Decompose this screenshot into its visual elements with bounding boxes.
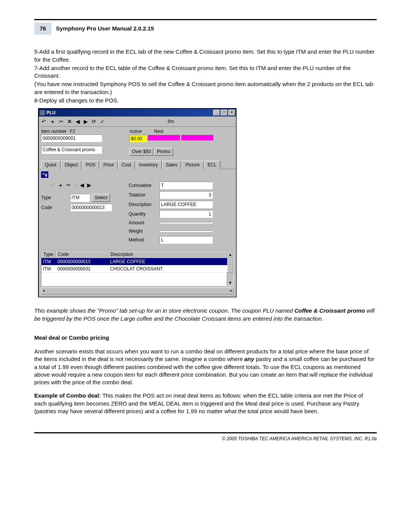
type-input[interactable]: ITM [70,194,90,201]
figure-caption: This example shows the "Promo" tab set-u… [34,307,377,323]
active-label: Active [129,128,142,134]
scroll-track[interactable] [227,265,233,273]
plus-icon[interactable]: ＋ [49,118,56,125]
instruction-7: 7-Add another record to the ECL table of… [34,64,377,80]
delete-icon[interactable]: ✕ [67,118,72,125]
page-number: 76 [34,22,51,35]
tab-price[interactable]: Price [100,161,118,169]
cumulative-label: Cumulative [129,182,157,189]
item-number-label: Item number [41,128,67,134]
tab-picture[interactable]: Picture [182,161,203,169]
type-label: Type [41,195,68,201]
active-field-2[interactable] [148,135,180,141]
quantity-input[interactable]: 1 [159,210,213,218]
description-label: Description [129,201,157,208]
quantity-label: Quantity [129,211,157,217]
instruction-note: (You have now instructed Symphony POS to… [34,80,377,96]
plus-icon[interactable]: ＋ [58,182,63,189]
cell-desc: CHOCOLAT CROISSANT [108,265,227,273]
tab-bar: Quick Object POS Price Cost Inventory Sa… [39,156,236,169]
scroll-right-icon[interactable]: ▸ [229,288,233,294]
table-row[interactable]: ITM 0000000000031 CHOCOLAT CROISSANT [41,265,233,273]
amount-input[interactable] [159,222,213,224]
sub-toolbar: ↶ ＋ ✂ ⎘ ◀ ▶ [41,182,121,189]
ecl-grid: Type Code Description ▴ ITM 000000000001… [41,250,234,286]
close-button[interactable]: × [228,110,235,116]
col-header-desc[interactable]: Description [108,251,227,258]
instruction-8: 8-Deploy all changes to the POS. [34,97,377,104]
weight-input[interactable] [159,230,213,232]
table-row[interactable]: ITM 0000000000013 LARGE COFFEE [41,258,233,265]
code-label: Code [41,204,68,211]
tab-ecl[interactable]: ECL [204,161,220,169]
plu-window: PLU _ □ × ↶ ＋ ✂ ✕ ◀ ▶ ⟳ ✓ f/m Item numbe… [38,108,237,297]
tab-quick[interactable]: Quick [41,161,61,169]
cell-code: 0000000000031 [56,265,108,273]
tab-cost[interactable]: Cost [118,161,135,169]
scroll-left-icon[interactable]: ◂ [41,288,46,294]
select-button[interactable]: Select [92,194,110,201]
weight-label: Weight [129,228,157,234]
next-icon[interactable]: ▶ [83,118,88,125]
maximize-button[interactable]: □ [221,110,228,116]
instruction-5: 5-Add a first qualifying record in the E… [34,48,377,64]
tab-object[interactable]: Object [61,161,82,169]
prev-icon[interactable]: ◀ [75,118,80,125]
totalizer-label: Totalizer [129,192,157,198]
minimize-button[interactable]: _ [213,110,220,116]
code-input[interactable]: 0000000000013 [70,204,112,211]
item-number-input[interactable]: 0000000009001 [41,134,102,142]
fm-label: f/m [108,118,234,125]
undo-icon[interactable]: ↶ [41,118,46,125]
check-icon[interactable]: ✓ [100,118,105,125]
scroll-down-icon[interactable]: ▾ [227,273,233,286]
cell-type: ITM [41,265,56,273]
cell-type: ITM [41,258,56,265]
refresh-icon[interactable]: ⟳ [91,118,97,125]
next-label: Next [154,128,164,134]
scroll-up-icon[interactable]: ▴ [227,251,233,258]
section-paragraph-1: Another scenario exists that occurs when… [34,348,377,386]
cut-icon[interactable]: ✂ [66,182,71,189]
next-icon[interactable]: ▶ [87,182,91,189]
active-price-field[interactable]: $0.00 [129,135,147,142]
cumulative-input[interactable]: T [159,182,213,189]
scroll-track[interactable] [227,258,233,265]
prev-icon[interactable]: ◀ [80,182,84,189]
app-icon [40,110,45,115]
instruction-block: 5-Add a first qualifying record in the E… [34,48,377,104]
section-paragraph-2: Example of Combo deal: This makes the PO… [34,392,377,415]
window-title: PLU [46,110,213,116]
method-label: Method [129,237,157,243]
horizontal-scrollbar[interactable]: ◂ ▸ [41,288,234,294]
col-header-code[interactable]: Code [56,251,108,258]
titlebar: PLU _ □ × [39,109,236,117]
cut-icon[interactable]: ✂ [59,118,64,125]
next-field[interactable] [181,135,214,141]
section-heading: Meal deal or Combo pricing [34,334,377,342]
item-name-input[interactable]: Coffee & Croissant promo [41,146,102,153]
page-header: 76 Symphony Pro User Manual 2.0.2.15 [34,19,377,35]
cell-code: 0000000000013 [56,258,108,265]
promo-button[interactable]: Promo [154,148,173,155]
sort-badge[interactable]: ^g [41,171,48,178]
tab-sales[interactable]: Sales [162,161,181,169]
description-input[interactable]: LARGE COFFEE [159,201,213,208]
amount-label: Amount [129,220,157,226]
totalizer-input[interactable]: 3 [159,191,213,199]
cell-desc: LARGE COFFEE [108,258,227,265]
method-input[interactable]: L [159,236,213,244]
over50-button[interactable]: Over $50 [129,148,153,155]
f2-hint: F2 [70,128,75,134]
manual-title: Symphony Pro User Manual 2.0.2.15 [56,22,154,35]
tab-pos[interactable]: POS [82,161,99,169]
paste-icon[interactable]: ⎘ [74,182,77,189]
page-footer: © 2005 TOSHIBA TEC AMERICA AMERICA RETAI… [34,432,377,442]
tab-inventory[interactable]: Inventory [135,161,162,169]
main-toolbar: ↶ ＋ ✂ ✕ ◀ ▶ ⟳ ✓ f/m [39,117,236,127]
undo-icon[interactable]: ↶ [50,182,55,189]
col-header-type[interactable]: Type [41,251,56,258]
ecl-panel: ^g ↶ ＋ ✂ ⎘ ◀ ▶ Type ITM Select Code [39,169,236,248]
